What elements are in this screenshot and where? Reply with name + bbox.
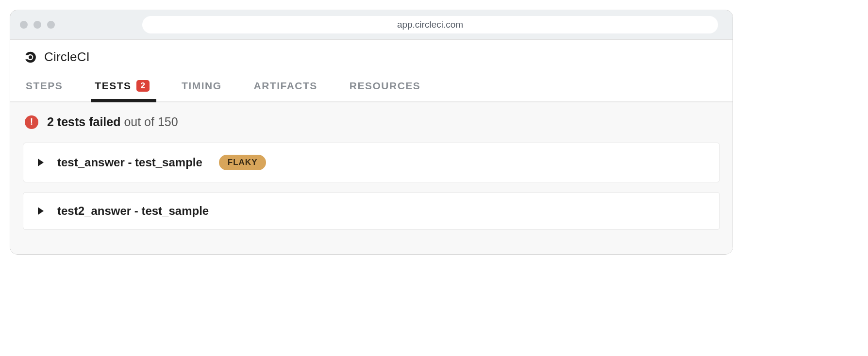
url-bar[interactable]: app.circleci.com <box>142 16 718 33</box>
circleci-logo-icon <box>23 50 36 64</box>
page-content: CircleCI STEPS TESTS 2 TIMING ARTIFACTS … <box>10 40 733 254</box>
traffic-light-close[interactable] <box>20 21 28 29</box>
browser-window: app.circleci.com CircleCI STEPS TESTS 2 … <box>10 10 733 255</box>
tab-badge: 2 <box>136 80 150 92</box>
tab-resources[interactable]: RESOURCES <box>348 75 423 101</box>
tab-label: RESOURCES <box>350 80 421 92</box>
tab-tests[interactable]: TESTS 2 <box>93 75 151 101</box>
summary-text: 2 tests failed out of 150 <box>47 115 178 129</box>
results-panel: ! 2 tests failed out of 150 test_answer … <box>10 102 733 254</box>
page-header: CircleCI <box>10 40 733 68</box>
tab-artifacts[interactable]: ARTIFACTS <box>252 75 319 101</box>
url-text: app.circleci.com <box>397 19 463 30</box>
tab-label: STEPS <box>26 80 63 92</box>
test-row[interactable]: test2_answer - test_sample <box>23 192 720 230</box>
tab-timing[interactable]: TIMING <box>180 75 224 101</box>
brand-name: CircleCI <box>44 49 90 65</box>
test-name: test_answer - test_sample <box>57 156 202 169</box>
flaky-badge: FLAKY <box>219 155 267 170</box>
traffic-lights <box>20 21 55 29</box>
test-summary: ! 2 tests failed out of 150 <box>23 115 720 129</box>
fail-icon: ! <box>25 115 38 129</box>
svg-point-0 <box>29 55 32 59</box>
expand-icon <box>38 207 44 215</box>
summary-bold: 2 tests failed <box>47 115 120 129</box>
expand-icon <box>38 159 44 166</box>
test-row[interactable]: test_answer - test_sample FLAKY <box>23 143 720 182</box>
summary-rest: out of 150 <box>120 115 178 129</box>
traffic-light-maximize[interactable] <box>47 21 55 29</box>
tab-steps[interactable]: STEPS <box>24 75 65 101</box>
browser-chrome: app.circleci.com <box>10 10 733 40</box>
tabs: STEPS TESTS 2 TIMING ARTIFACTS RESOURCES <box>10 68 733 102</box>
tab-label: TIMING <box>182 80 222 92</box>
traffic-light-minimize[interactable] <box>33 21 41 29</box>
tab-label: ARTIFACTS <box>254 80 317 92</box>
tab-label: TESTS <box>95 80 131 92</box>
test-name: test2_answer - test_sample <box>57 204 209 218</box>
